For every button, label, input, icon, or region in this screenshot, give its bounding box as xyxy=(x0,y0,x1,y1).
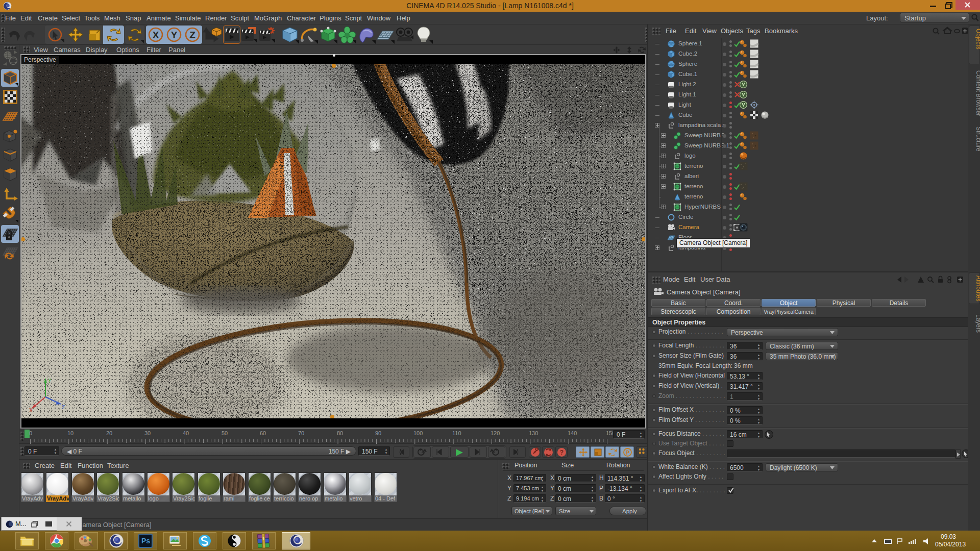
svg-text:X: X xyxy=(29,408,33,413)
svg-text:Attributes: Attributes xyxy=(975,276,980,302)
svg-text:?: ? xyxy=(560,449,564,456)
svg-text:Z: Z xyxy=(62,405,65,410)
svg-text:Y: Y xyxy=(48,378,52,384)
svg-text:Y: Y xyxy=(171,30,178,40)
svg-text:Z: Z xyxy=(189,30,195,40)
svg-text:P: P xyxy=(626,449,629,456)
svg-text:X: X xyxy=(153,30,159,40)
